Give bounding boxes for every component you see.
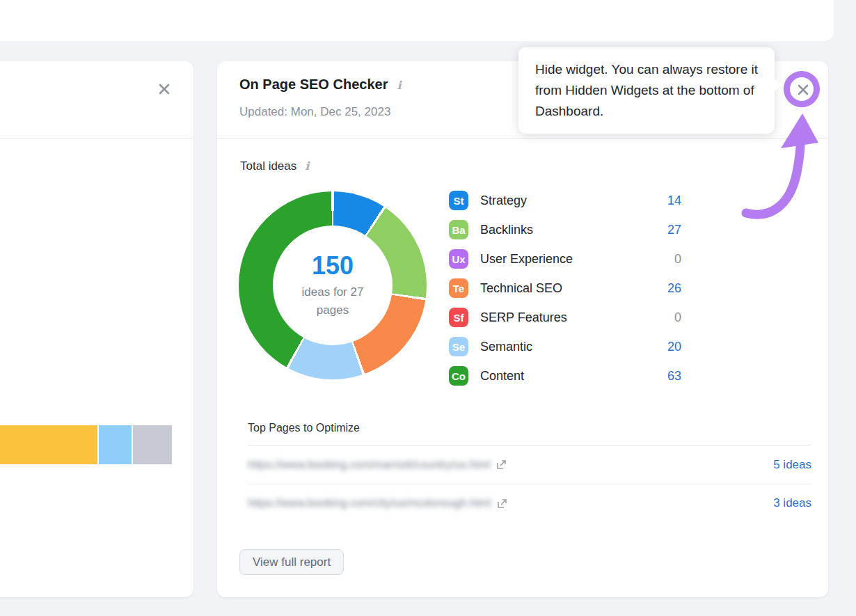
top-pages-title: Top Pages to Optimize bbox=[248, 422, 360, 434]
external-link-icon[interactable] bbox=[496, 459, 507, 470]
close-icon bbox=[157, 81, 172, 97]
legend-count-link[interactable]: 14 bbox=[667, 194, 681, 208]
legend-label: Backlinks bbox=[480, 223, 533, 237]
legend-item-semantic: Se Semantic 20 bbox=[449, 337, 681, 356]
legend-item-content: Co Content 63 bbox=[449, 366, 681, 386]
ideas-count-link[interactable]: 3 ideas bbox=[773, 496, 811, 510]
legend-count-link[interactable]: 27 bbox=[667, 223, 681, 237]
legend-count: 0 bbox=[674, 252, 681, 267]
backlinks-badge-icon: Ba bbox=[449, 220, 468, 239]
page-url-blurred[interactable]: https://www.booking.com/marriott/country… bbox=[248, 459, 491, 471]
user-experience-badge-icon: Ux bbox=[449, 249, 468, 269]
bar-segment bbox=[99, 425, 132, 464]
semantic-badge-icon: Se bbox=[449, 337, 468, 356]
info-icon[interactable]: i bbox=[305, 159, 309, 173]
legend-item-backlinks: Ba Backlinks 27 bbox=[449, 220, 681, 239]
serp-features-badge-icon: Sf bbox=[449, 308, 468, 327]
ideas-count-link[interactable]: 5 ideas bbox=[773, 458, 811, 472]
legend-item-technical-seo: Te Technical SEO 26 bbox=[449, 278, 681, 298]
legend-count-link[interactable]: 20 bbox=[667, 340, 681, 354]
external-link-icon[interactable] bbox=[497, 498, 507, 509]
view-full-report-button[interactable]: View full report bbox=[239, 549, 344, 575]
widget-title: On Page SEO Checker bbox=[239, 77, 388, 93]
total-ideas-sublabel: ideas for 27 pages bbox=[287, 283, 378, 319]
divider bbox=[217, 138, 828, 139]
legend-count-link[interactable]: 26 bbox=[667, 281, 681, 296]
tooltip-text: Hide widget. You can always restore it f… bbox=[535, 62, 758, 118]
total-ideas-row: Total ideas i bbox=[240, 159, 309, 173]
info-icon[interactable]: i bbox=[397, 79, 401, 92]
updated-date: Updated: Mon, Dec 25, 2023 bbox=[239, 105, 390, 119]
ideas-legend: St Strategy 14 Ba Backlinks 27 Ux User E… bbox=[449, 191, 681, 395]
technical-seo-badge-icon: Te bbox=[449, 278, 468, 298]
bar-segment bbox=[133, 425, 172, 464]
total-ideas-label: Total ideas bbox=[240, 159, 296, 173]
total-ideas-value: 150 bbox=[312, 251, 354, 281]
bar-segment bbox=[0, 425, 97, 464]
legend-item-user-experience: Ux User Experience 0 bbox=[449, 249, 681, 269]
partial-widget-left bbox=[0, 61, 193, 597]
legend-label: Strategy bbox=[480, 194, 527, 208]
stacked-bar bbox=[0, 425, 172, 464]
donut-chart[interactable]: 150 ideas for 27 pages bbox=[239, 191, 427, 379]
divider bbox=[0, 138, 193, 139]
legend-count: 0 bbox=[674, 310, 681, 325]
legend-label: Semantic bbox=[480, 340, 532, 354]
content-badge-icon: Co bbox=[449, 366, 468, 386]
top-page-row: https://www.booking.com/marriott/country… bbox=[248, 445, 811, 484]
legend-label: SERP Features bbox=[480, 310, 567, 325]
strategy-badge-icon: St bbox=[449, 191, 468, 210]
legend-count-link[interactable]: 63 bbox=[667, 369, 681, 384]
legend-label: Content bbox=[480, 369, 524, 384]
close-widget-button[interactable] bbox=[157, 81, 172, 97]
legend-item-serp-features: Sf SERP Features 0 bbox=[449, 308, 681, 327]
hide-widget-tooltip: Hide widget. You can always restore it f… bbox=[518, 47, 775, 134]
donut-center: 150 ideas for 27 pages bbox=[273, 226, 393, 345]
partial-widget-top bbox=[0, 0, 834, 41]
highlight-circle-annotation bbox=[784, 71, 820, 107]
legend-label: User Experience bbox=[480, 252, 573, 267]
page-url-blurred[interactable]: https://www.booking.com/city/us/mcdonoug… bbox=[248, 497, 491, 510]
top-page-row: https://www.booking.com/city/us/mcdonoug… bbox=[248, 484, 811, 522]
top-pages-list: https://www.booking.com/marriott/country… bbox=[248, 445, 811, 522]
legend-label: Technical SEO bbox=[480, 281, 562, 296]
legend-item-strategy: St Strategy 14 bbox=[449, 191, 681, 210]
widget-title-row: On Page SEO Checker i bbox=[239, 77, 402, 93]
on-page-seo-checker-widget: On Page SEO Checker i Updated: Mon, Dec … bbox=[217, 61, 828, 597]
